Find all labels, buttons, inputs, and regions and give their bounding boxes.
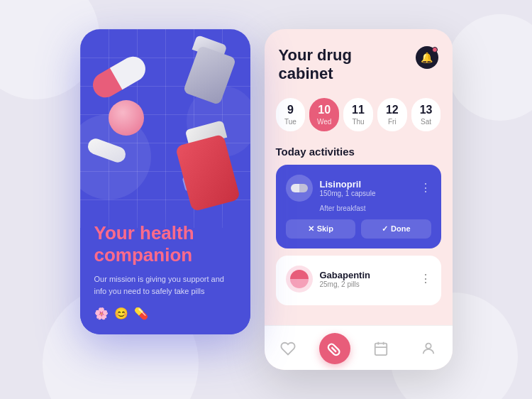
dot-2: 😊 (114, 307, 128, 320)
lisinopril-pill (291, 184, 308, 192)
health-companion-subtitle: Our mission is giving you support and in… (94, 273, 236, 297)
pill-capsule-1 (88, 52, 150, 102)
cal-label-11: Thu (352, 118, 364, 126)
gabapentin-menu[interactable]: ⋮ (420, 272, 431, 285)
bottle-body-1 (182, 45, 236, 106)
cal-num-12: 12 (386, 104, 399, 116)
done-label: Done (391, 224, 411, 233)
cal-num-13: 13 (420, 104, 433, 116)
cal-day-9[interactable]: 9 Tue (276, 98, 306, 131)
cal-label-9: Tue (284, 118, 297, 126)
gabapentin-text: Gabapentin 25mg, 2 pills (320, 270, 371, 288)
drug-cabinet-header: Your drug cabinet 🔔 (265, 29, 453, 92)
title-line-2: cabinet (279, 65, 352, 83)
cal-label-12: Fri (388, 118, 397, 126)
cal-label-13: Sat (421, 118, 431, 126)
nav-pill-center[interactable] (319, 333, 350, 364)
nav-calendar[interactable] (365, 338, 397, 359)
lisinopril-menu[interactable]: ⋮ (420, 181, 431, 195)
activities-section: Today activities Lisinopril 150mg, (265, 140, 453, 315)
bg-decoration-3 (447, 14, 532, 121)
activities-title: Today activities (276, 146, 441, 158)
pills-illustration (80, 29, 250, 221)
pill-oval-1 (85, 136, 127, 164)
calendar-strip: 9 Tue 10 Wed 11 Thu 12 Fri 13 Sat (265, 92, 453, 140)
skip-button[interactable]: ✕ Skip (286, 219, 356, 239)
nav-profile[interactable] (412, 338, 445, 359)
cal-day-12[interactable]: 12 Fri (377, 98, 407, 131)
lisinopril-info: Lisinopril 150mg, 1 capsule (286, 175, 376, 202)
dot-1: 🌸 (94, 307, 109, 320)
done-icon: ✓ (382, 224, 388, 234)
pill-half-left (291, 184, 299, 192)
drug-cabinet-title: Your drug cabinet (279, 46, 352, 84)
done-button[interactable]: ✓ Done (361, 219, 431, 239)
skip-icon: ✕ (308, 224, 314, 234)
phones-container: Your health companion Our mission is giv… (80, 29, 453, 370)
lisinopril-card: Lisinopril 150mg, 1 capsule ⋮ After brea… (276, 165, 441, 248)
pill-top (290, 270, 309, 279)
cal-label-10: Wed (317, 118, 331, 126)
gabapentin-card: Gabapentin 25mg, 2 pills ⋮ (276, 256, 441, 305)
phone-right: Your drug cabinet 🔔 9 Tue 10 Wed 11 Thu (265, 29, 453, 370)
phone-left: Your health companion Our mission is giv… (80, 29, 250, 334)
cal-num-9: 9 (287, 104, 294, 116)
gabapentin-dose: 25mg, 2 pills (320, 280, 371, 288)
title-line-1: Your drug (279, 46, 352, 65)
pill-half-right (299, 184, 308, 192)
skip-label: Skip (317, 224, 333, 233)
left-phone-content: Your health companion Our mission is giv… (80, 208, 250, 334)
cal-day-10[interactable]: 10 Wed (309, 98, 339, 131)
cal-day-13[interactable]: 13 Sat (411, 98, 441, 131)
lisinopril-name: Lisinopril (320, 179, 376, 190)
gabapentin-header: Gabapentin 25mg, 2 pills ⋮ (286, 266, 431, 293)
notification-badge (432, 47, 438, 53)
pill-bottom (290, 279, 309, 288)
person-icon (421, 341, 436, 356)
svg-point-5 (426, 344, 431, 349)
lisinopril-dose: 150mg, 1 capsule (320, 190, 376, 197)
svg-rect-1 (375, 344, 387, 356)
lisinopril-actions: ✕ Skip ✓ Done (286, 219, 431, 239)
pill-icon (327, 341, 343, 356)
svg-line-0 (331, 347, 336, 351)
pill-bottle-1 (187, 36, 236, 100)
gabapentin-info: Gabapentin 25mg, 2 pills (286, 266, 371, 293)
lisinopril-header: Lisinopril 150mg, 1 capsule ⋮ (286, 175, 431, 202)
health-companion-title: Your health companion (94, 222, 236, 266)
bottom-nav (265, 325, 453, 370)
cal-num-10: 10 (318, 104, 331, 116)
lisinopril-text: Lisinopril 150mg, 1 capsule (320, 179, 376, 197)
nav-heart[interactable] (272, 338, 304, 359)
gabapentin-name: Gabapentin (320, 270, 371, 280)
lisinopril-icon (286, 175, 313, 202)
calendar-icon (373, 341, 389, 356)
heart-icon (280, 341, 296, 356)
gabapentin-icon (286, 266, 313, 293)
pill-round-1 (109, 100, 144, 136)
pill-bottle-2 (176, 121, 240, 207)
lisinopril-timing: After breakfast (286, 204, 431, 212)
bottle-body-2 (174, 134, 240, 212)
notification-button[interactable]: 🔔 (416, 46, 438, 69)
gabapentin-pill (290, 270, 309, 288)
dots-row: 🌸 😊 💊 (94, 307, 236, 320)
cal-day-11[interactable]: 11 Thu (343, 98, 373, 131)
dot-3: 💊 (134, 307, 148, 320)
cal-num-11: 11 (352, 104, 365, 116)
